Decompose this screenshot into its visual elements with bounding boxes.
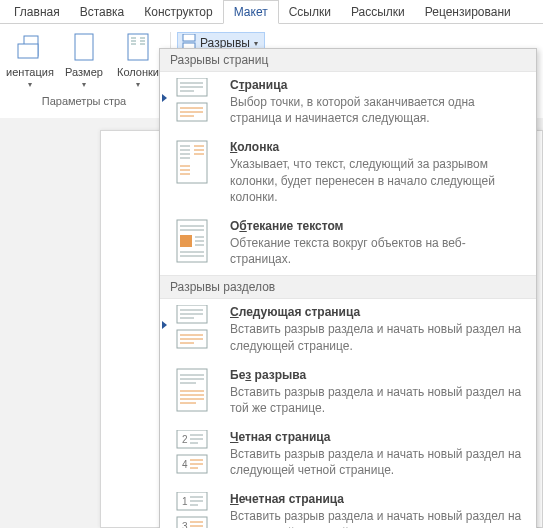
break-column-title: Колонка — [230, 140, 526, 154]
svg-rect-10 — [183, 34, 195, 41]
chevron-down-icon: ▾ — [82, 80, 86, 89]
breaks-dropdown: Разрывы страниц Страница Выбор точки, в … — [159, 48, 537, 528]
selected-marker-icon — [162, 94, 167, 102]
tab-layout[interactable]: Макет — [223, 0, 279, 24]
break-page-item[interactable]: Страница Выбор точки, в которой заканчив… — [160, 72, 536, 134]
orientation-label: иентация — [6, 66, 54, 78]
break-continuous-item[interactable]: Без разрыва Вставить разрыв раздела и на… — [160, 362, 536, 424]
break-nextpage-title: Следующая страница — [230, 305, 526, 319]
chevron-down-icon: ▾ — [254, 39, 258, 48]
break-textwrap-item[interactable]: Обтекание текстом Обтекание текста вокру… — [160, 213, 536, 275]
break-oddpage-desc: Вставить разрыв раздела и начать новый р… — [230, 508, 526, 528]
break-oddpage-title: Нечетная страница — [230, 492, 526, 506]
break-nextpage-icon — [176, 305, 216, 349]
break-column-icon — [176, 140, 216, 184]
break-textwrap-title: Обтекание текстом — [230, 219, 526, 233]
svg-text:3: 3 — [182, 521, 188, 528]
orientation-icon — [14, 32, 46, 64]
break-textwrap-icon — [176, 219, 216, 263]
break-continuous-title: Без разрыва — [230, 368, 526, 382]
tab-design[interactable]: Конструктор — [134, 1, 222, 23]
break-textwrap-desc: Обтекание текста вокруг объектов на веб-… — [230, 235, 526, 267]
break-continuous-desc: Вставить разрыв раздела и начать новый р… — [230, 384, 526, 416]
svg-rect-34 — [180, 235, 192, 247]
svg-rect-20 — [177, 141, 207, 183]
columns-button[interactable]: Колонки ▾ — [114, 30, 162, 89]
break-evenpage-icon: 2 4 — [176, 430, 216, 474]
svg-text:4: 4 — [182, 459, 188, 470]
svg-text:1: 1 — [182, 496, 188, 507]
break-evenpage-desc: Вставить разрыв раздела и начать новый р… — [230, 446, 526, 478]
selected-marker-icon — [162, 321, 167, 329]
svg-rect-1 — [18, 44, 38, 58]
tab-review[interactable]: Рецензировани — [415, 1, 521, 23]
tab-references[interactable]: Ссылки — [279, 1, 341, 23]
break-oddpage-item[interactable]: 1 3 Нечетная страница Вставить разрыв ра… — [160, 486, 536, 528]
tab-mailings[interactable]: Рассылки — [341, 1, 415, 23]
break-continuous-icon — [176, 368, 216, 412]
page-setup-group: иентация ▾ Размер ▾ Колонки ▾ Параметры … — [0, 28, 168, 109]
columns-icon — [122, 32, 154, 64]
columns-label: Колонки — [117, 66, 159, 78]
orientation-button[interactable]: иентация ▾ — [6, 30, 54, 89]
svg-text:2: 2 — [182, 434, 188, 445]
page-breaks-header: Разрывы страниц — [160, 49, 536, 72]
size-label: Размер — [65, 66, 103, 78]
break-evenpage-title: Четная страница — [230, 430, 526, 444]
break-oddpage-icon: 1 3 — [176, 492, 216, 528]
ribbon-tabs: Главная Вставка Конструктор Макет Ссылки… — [0, 0, 543, 24]
section-breaks-header: Разрывы разделов — [160, 275, 536, 299]
break-column-item[interactable]: Колонка Указывает, что текст, следующий … — [160, 134, 536, 213]
tab-insert[interactable]: Вставка — [70, 1, 135, 23]
chevron-down-icon: ▾ — [28, 80, 32, 89]
page-setup-group-label: Параметры стра — [42, 93, 126, 109]
chevron-down-icon: ▾ — [136, 80, 140, 89]
break-page-desc: Выбор точки, в которой заканчивается одн… — [230, 94, 526, 126]
break-nextpage-desc: Вставить разрыв раздела и начать новый р… — [230, 321, 526, 353]
tab-home[interactable]: Главная — [4, 1, 70, 23]
break-evenpage-item[interactable]: 2 4 Четная страница Вставить разрыв разд… — [160, 424, 536, 486]
size-button[interactable]: Размер ▾ — [60, 30, 108, 89]
break-nextpage-item[interactable]: Следующая страница Вставить разрыв разде… — [160, 299, 536, 361]
svg-rect-2 — [75, 34, 93, 60]
break-page-title: Страница — [230, 78, 526, 92]
break-column-desc: Указывает, что текст, следующий за разры… — [230, 156, 526, 205]
break-page-icon — [176, 78, 216, 122]
size-icon — [68, 32, 100, 64]
